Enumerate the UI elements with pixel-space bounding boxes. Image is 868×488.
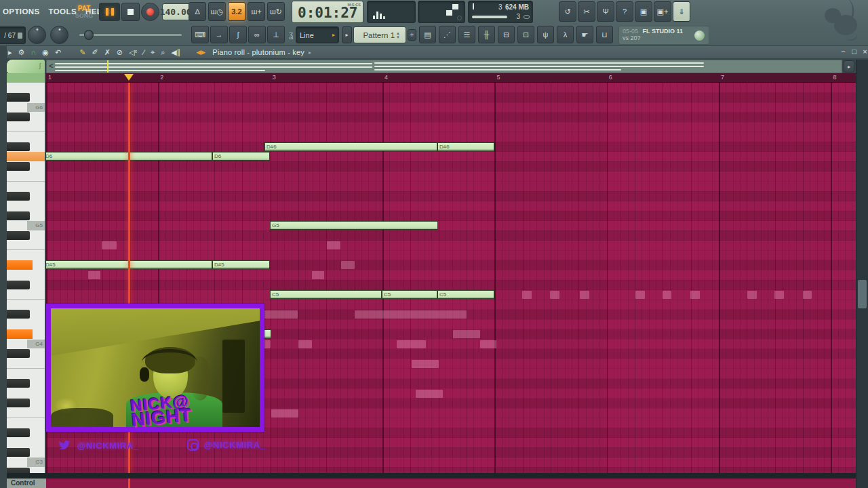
shop-cart-icon[interactable]: ⊔ <box>596 26 613 43</box>
black-piano-key[interactable] <box>7 379 30 388</box>
scrollbar-thumb[interactable] <box>858 280 867 308</box>
main-volume-knob[interactable] <box>28 26 46 44</box>
pause-button[interactable] <box>99 3 120 21</box>
black-piano-key[interactable] <box>7 448 30 457</box>
minimap-back-icon[interactable]: < <box>49 62 53 70</box>
zoom-tool-icon[interactable]: ⌕ <box>161 46 165 59</box>
midi-note-C5[interactable]: C5 <box>437 290 494 299</box>
snap-magnet-icon[interactable]: ∩ <box>31 46 36 59</box>
menu-icon[interactable]: ◉ <box>42 46 49 59</box>
tools-wrench-icon[interactable]: ⚙ <box>18 46 25 59</box>
snap-selector[interactable]: Line ▸ <box>296 26 339 43</box>
pattern-prev-button[interactable]: ▸ <box>342 26 352 43</box>
highlight-key-D#5[interactable] <box>7 260 33 270</box>
undo-icon[interactable]: ↶ <box>55 46 61 59</box>
piano-keyboard[interactable]: G6G5G4G3 <box>7 83 45 473</box>
minimap-forward-button[interactable]: ▸ <box>844 60 854 73</box>
midi-note-D#6[interactable]: D#6 <box>264 142 437 151</box>
black-piano-key[interactable] <box>7 468 30 473</box>
foot-pedal-icon[interactable]: ʃ <box>229 26 247 43</box>
title-caret-icon[interactable]: ▸ <box>309 49 311 56</box>
black-piano-key[interactable] <box>7 428 30 437</box>
overdub-record-icon[interactable]: ш+ <box>248 2 265 21</box>
song-label[interactable]: SONG <box>75 12 94 19</box>
black-piano-key[interactable] <box>7 399 30 407</box>
midi-note-D#5[interactable]: D#5 <box>212 260 270 269</box>
performance-mode-icon[interactable]: λ <box>557 26 574 43</box>
black-piano-key[interactable] <box>7 142 30 151</box>
pat-label[interactable]: PAT <box>78 5 91 12</box>
pat-song-switch[interactable]: PAT SONG <box>71 2 98 22</box>
mixer-icon[interactable]: ╫ <box>478 26 495 43</box>
playhead-marker[interactable] <box>124 74 134 81</box>
main-pitch-knob[interactable] <box>50 26 68 44</box>
draw-pencil-icon[interactable]: ✎ <box>79 46 85 59</box>
minimap-playhead[interactable] <box>107 60 108 73</box>
playback-tool-icon[interactable]: ◀∥ <box>171 46 180 59</box>
highlight-key-D6[interactable] <box>7 152 45 161</box>
undo-icon[interactable]: ↺ <box>559 1 576 22</box>
help-icon[interactable]: ? <box>616 1 633 22</box>
channel-arrows-icon[interactable]: ◀▶ <box>196 49 205 56</box>
slider-thumb[interactable] <box>84 30 94 40</box>
control-lane[interactable] <box>46 479 856 488</box>
black-piano-key[interactable] <box>7 93 30 102</box>
slice-tool-icon[interactable]: ∕ <box>143 46 144 59</box>
step-sequencer-icon[interactable]: ⋰ <box>439 26 456 43</box>
black-piano-key[interactable] <box>7 349 30 358</box>
loop-record-icon[interactable]: ш↻ <box>267 2 285 21</box>
pattern-selector[interactable]: Pattern 1 ▲▼ <box>353 26 406 43</box>
black-piano-key[interactable] <box>7 113 30 121</box>
collapse-arrow-icon[interactable]: ▸ <box>8 46 12 59</box>
close-button[interactable]: × <box>860 47 868 57</box>
link-controllers-icon[interactable]: ∞ <box>248 26 266 43</box>
mute-tool-icon[interactable]: ⊘ <box>117 46 123 59</box>
mic-edison-icon[interactable]: Ψ <box>597 1 614 22</box>
touch-hand-icon[interactable]: ☛ <box>576 26 593 43</box>
shuffle-slider[interactable] <box>79 34 182 36</box>
select-tool-icon[interactable]: ⌖ <box>151 46 155 59</box>
playlist-icon[interactable]: ▤ <box>419 26 436 43</box>
midi-note-D#6[interactable]: D#6 <box>437 142 494 151</box>
trash-icon[interactable] <box>18 33 22 39</box>
cut-tool-icon[interactable]: ✂ <box>578 1 595 22</box>
black-piano-key[interactable] <box>7 162 30 171</box>
countdown-precount-icon[interactable]: 3.2 <box>228 2 245 21</box>
step-edit-icon[interactable]: → <box>210 26 228 43</box>
slide-icon[interactable]: ʃ <box>39 62 41 69</box>
midi-note-C5[interactable]: C5 <box>270 290 382 299</box>
timeline-ruler[interactable]: 12345678 <box>46 73 856 83</box>
browser-icon[interactable]: ⊟ <box>498 26 515 43</box>
midi-note-C5[interactable]: C5 <box>382 290 437 299</box>
minimize-button[interactable]: − <box>838 47 848 57</box>
delete-tool-icon[interactable]: ✗ <box>104 46 111 59</box>
paint-brush-icon[interactable]: ✐ <box>92 46 98 59</box>
typing-keyboard-to-piano-icon[interactable]: ⌨ <box>191 26 209 43</box>
save-icon[interactable]: ▣ <box>635 1 652 22</box>
time-display[interactable]: 0:01:27 M:S:CS <box>292 1 363 23</box>
restore-button[interactable]: □ <box>849 47 859 57</box>
save-new-version-icon[interactable]: ▣+ <box>654 1 671 22</box>
piano-roll-titlebar[interactable]: ▸⚙∩◉↶✎✐✗⊘◁ˣ∕⌖⌕◀∥ ◀▶ Piano roll - plutoni… <box>0 46 868 59</box>
midi-note-D6[interactable]: D6 <box>212 152 270 161</box>
plugin-database-icon[interactable]: ψ <box>537 26 554 43</box>
plugin-picker-icon[interactable]: ⊡ <box>517 26 534 43</box>
swing-curl-icon[interactable]: ʓ <box>288 26 294 43</box>
black-piano-key[interactable] <box>7 281 30 289</box>
channel-rack-icon[interactable]: ☰ <box>458 26 475 43</box>
control-lane-label[interactable]: Control <box>7 479 46 488</box>
touch-controller-icon[interactable]: ⊥ <box>267 26 285 43</box>
export-render-icon[interactable]: ⇓ <box>673 1 690 22</box>
pattern-spinner[interactable]: ▲▼ <box>396 31 400 39</box>
black-piano-key[interactable] <box>7 211 30 220</box>
menu-item-options[interactable]: OPTIONS <box>3 7 40 16</box>
highlight-key-G#4[interactable] <box>7 329 33 339</box>
midi-note-G5[interactable]: G5 <box>270 221 438 230</box>
speaker-mute-icon[interactable]: ◁ˣ <box>129 46 137 59</box>
grid-control-divider[interactable] <box>7 473 856 479</box>
pattern-add-button[interactable]: + <box>408 29 416 41</box>
black-piano-key[interactable] <box>7 310 30 319</box>
vertical-scrollbar[interactable] <box>856 60 868 488</box>
metronome-icon[interactable]: ∆ <box>189 2 206 21</box>
wait-for-input-icon[interactable]: ш◷ <box>208 2 226 21</box>
